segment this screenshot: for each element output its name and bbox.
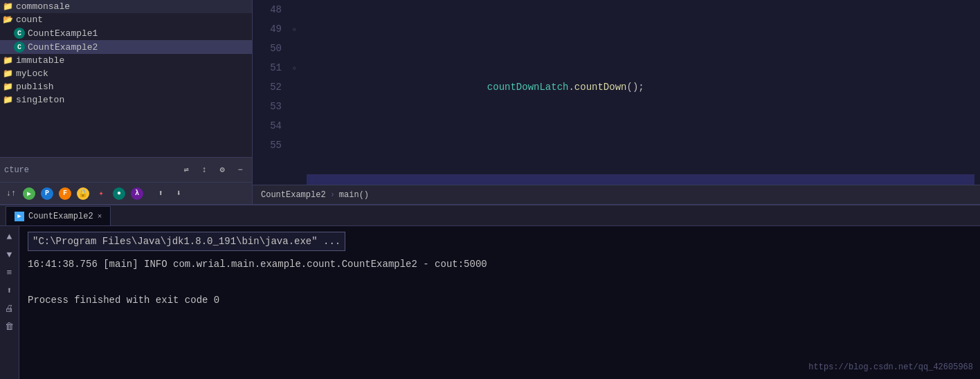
code-content[interactable]: countDownLatch.countDown(); }); }: [301, 0, 980, 185]
sidebar-item-label: singleton: [16, 95, 64, 105]
structure-toolbar: cture ⇌ ↕ ⚙ −: [0, 157, 252, 182]
lambda-icon[interactable]: λ: [129, 185, 145, 202]
sidebar-item-label: count: [16, 15, 43, 25]
sidebar-item-commonsale[interactable]: 📁 commonsale: [0, 0, 252, 13]
console-tab-label: CountExample2: [28, 212, 93, 221]
folder-icon: 📁: [3, 55, 13, 66]
code-editor: 48 49 50 51 52 53 54 55 ⬦ ⬦: [253, 0, 980, 204]
sidebar: 📁 commonsale 📂 count C CountExample1 C C…: [0, 0, 253, 204]
sidebar-item-label: commonsale: [16, 1, 70, 12]
fold-btn-49[interactable]: ⬦: [287, 19, 301, 39]
scroll-down-btn[interactable]: ▼: [2, 247, 17, 262]
fold-btn-51[interactable]: ⬦: [287, 58, 301, 77]
sidebar-item-publish[interactable]: 📁 publish: [0, 80, 252, 93]
console-toolbar: ▲ ▼ ≡ ⬆ 🖨 🗑: [0, 226, 19, 379]
clear-btn[interactable]: 🖨: [2, 301, 17, 316]
close-pane-btn[interactable]: −: [233, 163, 248, 178]
folder-icon: 📁: [3, 1, 13, 12]
lock-icon[interactable]: 🔒: [75, 185, 91, 202]
align-btn[interactable]: ⇌: [179, 163, 194, 178]
console-tab-bar: ▶ CountExample2 ×: [0, 205, 980, 226]
console-output: "C:\Program Files\Java\jdk1.8.0_191\bin\…: [19, 226, 980, 379]
sidebar-item-singleton[interactable]: 📁 singleton: [0, 93, 252, 107]
record-circle: ●: [113, 187, 125, 200]
console-line-success: Process finished with exit code 0: [28, 293, 972, 308]
console-line-info: 16:41:38.756 [main] INFO com.wrial.main.…: [28, 257, 972, 272]
record-icon[interactable]: ●: [111, 185, 127, 202]
sort-icon[interactable]: ↓↑: [3, 185, 19, 202]
console-line-cmd: "C:\Program Files\Java\jdk1.8.0_191\bin\…: [28, 232, 972, 254]
console-tab-close[interactable]: ×: [98, 212, 102, 221]
class-icon: C: [14, 41, 25, 53]
watermark: https://blog.csdn.net/qq_42605968: [808, 360, 973, 375]
code-line-48: countDownLatch.countDown();: [307, 58, 974, 116]
trash-btn[interactable]: 🗑: [2, 319, 17, 334]
structure-label: cture: [4, 165, 29, 175]
sidebar-item-label: immutable: [16, 55, 64, 66]
action-icons-row: ↓↑ ▶ P F 🔒 ✦ ● λ ⬆ ⬇: [0, 182, 252, 204]
fix-circle: F: [59, 187, 71, 200]
wrap-btn[interactable]: ≡: [2, 265, 17, 280]
folder-icon: 📂: [3, 15, 13, 25]
folder-icon: 📁: [3, 68, 13, 79]
fix-icon[interactable]: F: [57, 185, 73, 202]
code-line-49: });: [307, 174, 974, 185]
sidebar-item-countexample1[interactable]: C CountExample1: [0, 26, 252, 40]
sidebar-item-label: CountExample2: [28, 42, 98, 53]
up-icon[interactable]: ⬆: [152, 185, 169, 202]
breadcrumb-method[interactable]: main(): [339, 190, 369, 200]
run-circle: ▶: [23, 187, 35, 200]
lambda-circle: λ: [131, 187, 143, 200]
scroll-up-btn[interactable]: ▲: [2, 229, 17, 244]
sidebar-item-immutable[interactable]: 📁 immutable: [0, 54, 252, 67]
profile-circle: P: [41, 187, 53, 200]
sidebar-item-mylock[interactable]: 📁 myLock: [0, 67, 252, 80]
sidebar-item-label: CountExample1: [28, 28, 98, 39]
console-tab-countexample2[interactable]: ▶ CountExample2 ×: [6, 206, 111, 225]
file-tree: 📁 commonsale 📂 count C CountExample1 C C…: [0, 0, 252, 157]
class-icon: C: [14, 28, 25, 39]
breadcrumb-file[interactable]: CountExample2: [261, 190, 326, 200]
sidebar-item-label: myLock: [16, 68, 48, 79]
console-body: ▲ ▼ ≡ ⬆ 🖨 🗑 "C:\Program Files\Java\jdk1.…: [0, 226, 980, 379]
line-numbers: 48 49 50 51 52 53 54 55: [253, 0, 287, 185]
down-icon[interactable]: ⬇: [170, 185, 187, 202]
sidebar-item-label: publish: [16, 82, 54, 92]
console-panel: ▶ CountExample2 × ▲ ▼ ≡ ⬆ 🖨 🗑 "C:\Progra…: [0, 204, 980, 379]
star-icon[interactable]: ✦: [93, 185, 109, 202]
lock-circle: 🔒: [77, 187, 89, 200]
sidebar-item-count[interactable]: 📂 count: [0, 13, 252, 26]
breadcrumb: CountExample2 › main(): [253, 185, 980, 204]
sort-btn[interactable]: ↕: [197, 163, 212, 178]
folder-icon: 📁: [3, 95, 13, 105]
run-icon[interactable]: ▶: [21, 185, 37, 202]
fold-column: ⬦ ⬦: [287, 0, 301, 185]
settings-btn[interactable]: ⚙: [215, 163, 230, 178]
cmd-text: "C:\Program Files\Java\jdk1.8.0_191\bin\…: [28, 232, 345, 251]
console-tab-icon: ▶: [15, 212, 24, 221]
profile-icon[interactable]: P: [39, 185, 55, 202]
console-line-blank: [28, 277, 972, 293]
sidebar-item-countexample2[interactable]: C CountExample2: [0, 40, 252, 54]
print-btn[interactable]: ⬆: [2, 283, 17, 298]
folder-icon: 📁: [3, 82, 13, 92]
code-area[interactable]: 48 49 50 51 52 53 54 55 ⬦ ⬦: [253, 0, 980, 185]
